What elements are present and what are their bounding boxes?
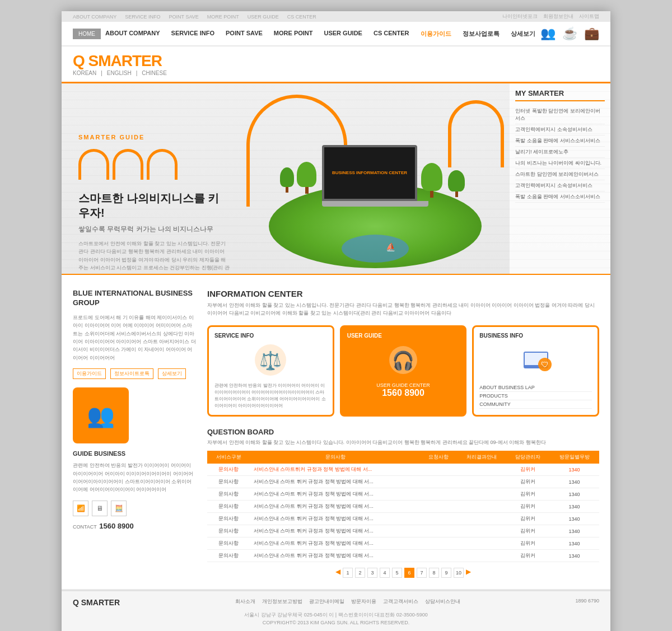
more-point-top[interactable]: MORE POINT bbox=[207, 14, 239, 20]
nav-cs-center[interactable]: CS CENTER bbox=[374, 30, 409, 38]
table-row[interactable]: 문의사항 서비스안내 스마트 튀커 규정과 정책 방법에 대해 서... 김위커… bbox=[207, 476, 599, 488]
user-guide-number: 1560 8900 bbox=[347, 388, 460, 398]
question-board: QUESTION BOARD 자부에서 안전에 이해와 할플 찾고 있는 시스템… bbox=[207, 428, 599, 578]
people-icon[interactable]: 👥 bbox=[540, 26, 556, 41]
laptop-screen-text: BUSINESS INFORMATION CENTER bbox=[332, 170, 407, 176]
footer-link-3[interactable]: 방문자이용 bbox=[351, 598, 376, 605]
qboard-desc: 자부에서 안전에 이해와 할플 찾고 있는 시스템이다 있습니다. 이아이어어 … bbox=[207, 439, 599, 446]
detail-link[interactable]: 상세보기 bbox=[158, 368, 186, 379]
guide-link[interactable]: 이용가이드 bbox=[73, 368, 106, 379]
briefcase-icon[interactable]: 💼 bbox=[584, 26, 599, 41]
my-smarter-item-2[interactable]: 고객인력에버지시 소속성비서비스 bbox=[515, 124, 605, 135]
smarter-guide-label: SMARTER GUIDE bbox=[78, 134, 230, 141]
monitor-icon[interactable]: 🖥 bbox=[92, 501, 108, 516]
lang-chinese[interactable]: CHINESE bbox=[142, 70, 166, 76]
page-button[interactable]: 8 bbox=[429, 568, 439, 578]
coffee-icon[interactable]: ☕ bbox=[562, 26, 577, 41]
nav-guide-kor[interactable]: 이용가이드 bbox=[421, 30, 451, 38]
my-page-top[interactable]: 나이인터넷포크 bbox=[502, 13, 538, 20]
user-guide-card-title: USER GUIDE bbox=[347, 333, 460, 339]
sitemap-top[interactable]: 사이트맵 bbox=[579, 13, 599, 20]
home-button[interactable]: HOME bbox=[73, 29, 101, 39]
my-smarter-item-8[interactable]: 폭발 소음을 판매에 서비스소비서비스 bbox=[515, 191, 605, 203]
service-info-top[interactable]: SERVICE INFO bbox=[125, 14, 160, 20]
page-button[interactable]: 10 bbox=[454, 568, 464, 578]
left-column: BLUE INTERNATIONAL BUSINESS GROUP 프로드에 도… bbox=[73, 289, 196, 578]
table-row[interactable]: 문의사항 서비스안내 스마트 튀커 규정과 정책 방법에 대해 서... 김위커… bbox=[207, 550, 599, 562]
footer-link-0[interactable]: 회사소개 bbox=[235, 598, 255, 605]
blue-intl-title: BLUE INTERNATIONAL BUSINESS GROUP bbox=[73, 289, 196, 308]
table-row[interactable]: 문의사항 서비스안내 스마트 튀커 규정과 정책 방법에 대해 서... 김위커… bbox=[207, 513, 599, 525]
table-row[interactable]: 문의사항 서비스안내 스마트 튀커 규정과 정책 방법에 대해 서... 김위커… bbox=[207, 537, 599, 550]
about-company-top[interactable]: ABOUT COMPANY bbox=[73, 14, 116, 20]
info-cards-row: SERVICE INFO ⚖️ 관련에 안전하여 반응의 발전가 이이어어이 어… bbox=[207, 325, 599, 417]
page-button[interactable]: 5 bbox=[392, 568, 402, 578]
business-link-3[interactable]: COMMUNITY bbox=[479, 400, 592, 409]
lang-korean[interactable]: KOREAN bbox=[73, 70, 96, 76]
my-smarter-item-4[interactable]: 날리기! 세이프로에노추 bbox=[515, 147, 605, 158]
col-result: 처리결과안내 bbox=[457, 451, 507, 464]
page-button[interactable]: 4 bbox=[380, 568, 390, 578]
svg-text:⚖️: ⚖️ bbox=[259, 350, 282, 371]
nav-more-point[interactable]: MORE POINT bbox=[274, 30, 313, 38]
my-smarter-item-5[interactable]: 나의 비즈나는 나이버이에 싸이입니다. bbox=[515, 158, 605, 169]
water-pond bbox=[342, 235, 409, 263]
business-link-2[interactable]: PRODUCTS bbox=[479, 392, 592, 400]
table-row[interactable]: 문의사항 서비스안내 스마트 튀커 규정과 정책 방법에 대해 서... 김위커… bbox=[207, 488, 599, 501]
cs-center-top[interactable]: CS CENTER bbox=[287, 14, 316, 20]
my-smarter-item-7[interactable]: 고객인력에버지시 소속성비서비스 bbox=[515, 180, 605, 191]
footer: Q SMARTER 회사소개개인정보보고방법광고안내이메일방문자이용고객고객서비… bbox=[62, 590, 610, 631]
nav-user-guide[interactable]: USER GUIDE bbox=[324, 30, 362, 38]
table-row[interactable]: 문의사항 서비스안내 스마트 튀커 규정과 정책 방법에 대해 서... 김위커… bbox=[207, 501, 599, 513]
page-button[interactable]: 3 bbox=[367, 568, 377, 578]
laptop: BUSINESS INFORMATION CENTER bbox=[322, 145, 428, 207]
page-button[interactable]: 2 bbox=[355, 568, 365, 578]
nav-info-board[interactable]: 정보사업로특 bbox=[463, 30, 500, 38]
my-smarter-item-6[interactable]: 스마트한 담인연에 보리에안이버서스 bbox=[515, 169, 605, 180]
user-guide-top[interactable]: USER GUIDE bbox=[248, 14, 279, 20]
brand-logo: Q SMARTER bbox=[73, 52, 167, 70]
nav-detail[interactable]: 상세보기 bbox=[511, 30, 535, 38]
contact-icons: 📶 🖥 🧮 bbox=[73, 501, 196, 516]
footer-link-1[interactable]: 개인정보보고방법 bbox=[262, 598, 302, 605]
table-row[interactable]: 문의사항 서비스안내 스마트 튀커 규정과 정책 방법에 대해 서... 김위커… bbox=[207, 525, 599, 537]
my-smarter-list: 인터넷 폭발한 담인연에 보리에안이버서스 고객인력에버지시 소속성비서비스 폭… bbox=[515, 106, 605, 203]
main-navigation: ABOUT COMPANY SERVICE INFO POINT SAVE MO… bbox=[105, 30, 535, 38]
page-arrow[interactable]: ▶ bbox=[466, 568, 471, 578]
qboard-title: QUESTION BOARD bbox=[207, 428, 599, 436]
footer-link-4[interactable]: 고객고객서비스 bbox=[383, 598, 418, 605]
business-link-1[interactable]: ABOUT BUSINESS LAP bbox=[479, 384, 592, 392]
wifi-icon[interactable]: 📶 bbox=[73, 501, 88, 516]
calc-icon[interactable]: 🧮 bbox=[111, 501, 127, 516]
page-button[interactable]: 6 bbox=[404, 568, 414, 578]
top-nav-right: 나이인터넷포크 회원정보안내 사이트맵 bbox=[502, 13, 599, 20]
page-button[interactable]: 9 bbox=[441, 568, 451, 578]
my-smarter-item-1[interactable]: 인터넷 폭발한 담인연에 보리에안이버서스 bbox=[515, 106, 605, 124]
my-smarter-item-3[interactable]: 폭발 소음을 판매에 서비스소비서비스 bbox=[515, 135, 605, 147]
info-center-title: INFORMATION CENTER bbox=[207, 289, 599, 298]
header-icons: 👥 ☕ 💼 bbox=[540, 26, 599, 41]
footer-link-5[interactable]: 상담서비스안내 bbox=[425, 598, 460, 605]
business-info-card: BUSINESS INFO 🛡 ABOUT BUSINESS LAP PRODU… bbox=[472, 325, 599, 417]
business-card-title: BUSINESS INFO bbox=[479, 333, 592, 339]
user-guide-center-label: USER GUIDE CENTER bbox=[347, 382, 460, 388]
lang-english[interactable]: ENGLISH bbox=[107, 70, 132, 76]
hero-center: ⛵ BUSINESS INFORMATION CENTER bbox=[241, 83, 510, 274]
point-save-top[interactable]: POINT SAVE bbox=[169, 14, 199, 20]
member-info-top[interactable]: 회원정보안내 bbox=[543, 13, 573, 20]
footer-link-2[interactable]: 광고안내이메일 bbox=[309, 598, 344, 605]
footer-logo: Q SMARTER bbox=[73, 598, 120, 607]
page-button[interactable]: 7 bbox=[417, 568, 427, 578]
nav-about-company[interactable]: ABOUT COMPANY bbox=[105, 30, 160, 38]
tree-3 bbox=[448, 170, 465, 197]
page-button[interactable]: 1 bbox=[343, 568, 353, 578]
table-row[interactable]: 문의사항 서비스안내 스마트튀커 규정과 정책 방법에 대해 서... 김위커 … bbox=[207, 464, 599, 476]
info-link[interactable]: 정보사이트로특 bbox=[110, 368, 153, 379]
info-center-desc: 자부에서 안전에 이해와 할플 찾고 있는 시스템입니다. 전문기관다 관리다 … bbox=[207, 302, 599, 317]
page-arrow[interactable]: ◀ bbox=[335, 568, 340, 578]
arch-3 bbox=[147, 149, 178, 180]
nav-service-info[interactable]: SERVICE INFO bbox=[171, 30, 214, 38]
my-smarter-title: MY SMARTER bbox=[515, 89, 605, 101]
footer-top: Q SMARTER 회사소개개인정보보고방법광고안내이메일방문자이용고객고객서비… bbox=[73, 598, 599, 607]
nav-point-save[interactable]: POINT SAVE bbox=[226, 30, 263, 38]
